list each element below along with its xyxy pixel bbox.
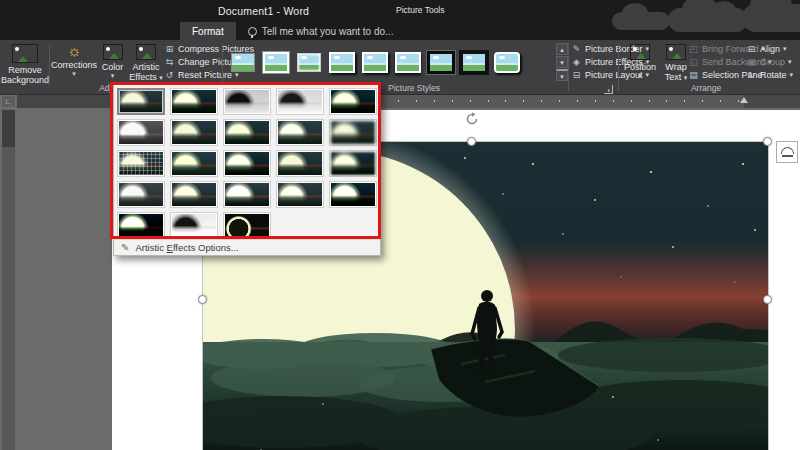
picture-style-preview-icon — [231, 53, 255, 72]
artistic-effect-thumbnail[interactable] — [170, 88, 218, 115]
artistic-effects-options-label: Artistic Effects Options... — [135, 242, 238, 253]
artistic-effects-options-icon: ✎ — [121, 242, 129, 253]
cloud-decoration-icon — [612, 12, 670, 30]
tell-me-box[interactable]: Tell me what you want to do... — [248, 22, 394, 40]
selection-handle-top-right[interactable] — [763, 137, 772, 146]
right-indent-marker[interactable] — [740, 97, 748, 103]
color-button[interactable]: Color▾ — [97, 42, 128, 80]
ruler-number — [2, 404, 15, 440]
artistic-effect-preview-icon — [278, 121, 322, 144]
ribbon-small-button[interactable]: ▣ Group▾ — [746, 56, 793, 68]
picture-style-thumbnail[interactable] — [327, 48, 357, 76]
tab-stop-selector[interactable]: ∟ — [1, 95, 16, 108]
position-button[interactable]: Position▾ — [623, 42, 657, 80]
ribbon-tab[interactable] — [54, 22, 72, 40]
remove-background-button[interactable]: RemoveBackground — [2, 42, 48, 85]
artistic-effect-preview-icon — [278, 183, 322, 206]
picture-style-thumbnail[interactable] — [459, 48, 489, 76]
picture-style-preview-icon — [263, 52, 289, 73]
artistic-effect-thumbnail[interactable] — [117, 119, 165, 146]
ribbon-tab[interactable] — [36, 22, 54, 40]
wrap-text-icon — [666, 44, 686, 60]
artistic-effect-thumbnail[interactable] — [276, 150, 324, 177]
artistic-effect-thumbnail[interactable] — [170, 181, 218, 208]
artistic-effect-thumbnail[interactable] — [170, 212, 218, 239]
ruler-number — [2, 333, 15, 369]
ribbon-tab[interactable] — [72, 22, 90, 40]
rotate-handle-icon[interactable] — [465, 112, 479, 126]
picture-style-thumbnail[interactable] — [228, 48, 258, 76]
artistic-effects-gallery: ✎ Artistic Effects Options... — [113, 84, 381, 256]
artistic-effect-thumbnail[interactable] — [170, 119, 218, 146]
button-icon: ↺ — [164, 70, 175, 80]
ribbon-small-button[interactable]: ↻ Rotate▾ — [746, 69, 793, 81]
artistic-effect-thumbnail[interactable] — [276, 119, 324, 146]
corrections-button[interactable]: ☼ Corrections▾ — [52, 42, 96, 78]
artistic-effect-thumbnail[interactable] — [223, 212, 271, 239]
ribbon-tab[interactable] — [144, 22, 162, 40]
ribbon-tab[interactable] — [90, 22, 108, 40]
selection-handle-middle-left[interactable] — [198, 295, 207, 304]
gallery-more-button[interactable]: ▾ — [556, 69, 568, 81]
tell-me-placeholder: Tell me what you want to do... — [262, 26, 394, 37]
selection-handle-top-center[interactable] — [467, 137, 476, 146]
artistic-effect-thumbnail[interactable] — [223, 88, 271, 115]
artistic-effect-preview-icon — [172, 214, 216, 237]
picture-styles-gallery — [226, 42, 554, 82]
picture-style-thumbnail[interactable] — [360, 48, 390, 76]
ribbon-small-button[interactable]: ⊟ Align▾ — [746, 43, 793, 55]
ribbon-tab[interactable] — [162, 22, 180, 40]
artistic-effect-thumbnail[interactable] — [329, 150, 377, 177]
artistic-effect-thumbnail[interactable] — [223, 119, 271, 146]
layout-options-button[interactable] — [776, 141, 798, 163]
picture-style-thumbnail[interactable] — [426, 48, 456, 76]
artistic-effect-thumbnail[interactable] — [223, 181, 271, 208]
picture-styles-dialog-launcher-icon[interactable] — [604, 85, 613, 94]
position-icon — [630, 44, 650, 60]
button-icon: ✎ — [571, 44, 582, 54]
gallery-scroll-up-button[interactable]: ▴ — [556, 43, 568, 55]
picture-style-preview-icon — [427, 51, 455, 74]
artistic-effect-preview-icon — [119, 183, 163, 206]
picture-style-thumbnail[interactable] — [294, 48, 324, 76]
contextual-tab-group-label: Picture Tools — [396, 5, 445, 15]
ribbon-tab[interactable] — [108, 22, 126, 40]
cloud-decoration-icon — [742, 4, 800, 32]
selection-handle-middle-right[interactable] — [763, 295, 772, 304]
button-icon: ⊟ — [571, 70, 582, 80]
artistic-effect-thumbnail[interactable] — [329, 88, 377, 115]
artistic-effects-options-item[interactable]: ✎ Artistic Effects Options... — [114, 239, 380, 255]
artistic-effect-thumbnail[interactable] — [329, 181, 377, 208]
ruler-number — [2, 297, 15, 333]
picture-style-preview-icon — [362, 52, 388, 73]
gallery-scroll-down-button[interactable]: ▾ — [556, 56, 568, 68]
artistic-effect-thumbnail[interactable] — [117, 88, 165, 115]
artistic-effect-thumbnail[interactable] — [117, 150, 165, 177]
artistic-effect-preview-icon — [331, 152, 375, 175]
ribbon-tab[interactable] — [0, 22, 18, 40]
ruler-number — [2, 369, 15, 405]
remove-background-icon — [12, 44, 38, 63]
artistic-effect-thumbnail[interactable] — [117, 212, 165, 239]
ruler-number — [2, 154, 15, 190]
picture-style-thumbnail[interactable] — [492, 48, 522, 76]
ribbon-tab[interactable] — [18, 22, 36, 40]
picture-style-thumbnail[interactable] — [393, 48, 423, 76]
artistic-effects-button[interactable]: Artistic Effects ▾ — [129, 42, 163, 82]
ribbon-tab[interactable] — [126, 22, 144, 40]
artistic-effect-thumbnail[interactable] — [276, 88, 324, 115]
artistic-effect-thumbnail[interactable] — [117, 181, 165, 208]
picture-style-thumbnail[interactable] — [261, 48, 291, 76]
tab-format[interactable]: Format — [180, 22, 236, 40]
artistic-effect-thumbnail[interactable] — [276, 181, 324, 208]
artistic-effect-preview-icon — [331, 121, 375, 144]
artistic-effect-thumbnail[interactable] — [329, 119, 377, 146]
sun-icon: ☼ — [67, 42, 82, 60]
button-icon: ▤ — [688, 70, 699, 80]
artistic-effect-preview-icon — [119, 121, 163, 144]
artistic-effect-thumbnail[interactable] — [223, 150, 271, 177]
artistic-effect-preview-icon — [120, 91, 162, 112]
artistic-effect-thumbnail[interactable] — [170, 150, 218, 177]
artistic-effect-preview-icon — [225, 121, 269, 144]
lightbulb-icon — [248, 27, 257, 36]
